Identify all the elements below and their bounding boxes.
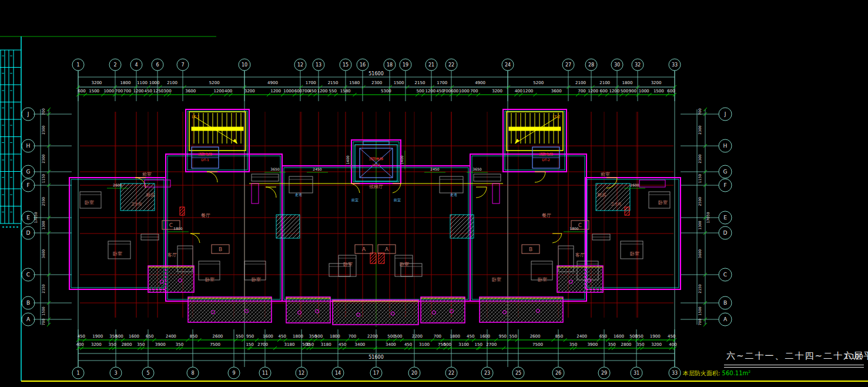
left-dimension-chain: 7002300230011502500130036002150150070017…: [33, 108, 51, 326]
svg-text:G: G: [26, 169, 31, 175]
svg-text:700: 700: [434, 334, 441, 339]
svg-text:16: 16: [360, 62, 366, 68]
svg-text:33: 33: [672, 371, 678, 376]
svg-text:21: 21: [428, 62, 434, 68]
svg-text:550: 550: [329, 89, 337, 94]
svg-text:消防电梯: 消防电梯: [369, 156, 383, 161]
svg-text:3: 3: [114, 371, 117, 376]
svg-text:850: 850: [555, 334, 563, 339]
svg-text:1800: 1800: [622, 81, 633, 85]
svg-text:2300: 2300: [41, 154, 45, 163]
svg-text:走道: 走道: [450, 192, 457, 197]
svg-text:700: 700: [348, 334, 356, 339]
svg-text:450: 450: [279, 334, 286, 339]
svg-text:700: 700: [41, 319, 45, 326]
svg-text:卧室: 卧室: [658, 200, 668, 205]
svg-text:3200: 3200: [492, 89, 502, 94]
svg-text:150: 150: [246, 342, 253, 347]
svg-text:7500: 7500: [532, 342, 543, 347]
svg-text:A: A: [26, 316, 31, 322]
svg-text:3200: 3200: [651, 342, 662, 347]
svg-text:2600: 2600: [213, 334, 223, 339]
svg-text:2300: 2300: [371, 81, 382, 85]
svg-text:1000: 1000: [149, 81, 160, 85]
svg-text:1800: 1800: [330, 334, 340, 339]
svg-text:2700: 2700: [257, 342, 268, 347]
svg-text:C: C: [169, 222, 173, 228]
svg-text:前室: 前室: [142, 172, 152, 177]
svg-text:2100: 2100: [167, 81, 177, 85]
svg-text:2300: 2300: [698, 125, 702, 134]
svg-text:候梯厅: 候梯厅: [369, 184, 383, 189]
bottom-grid-bubbles: 13589111214172022232526293133: [72, 367, 681, 379]
svg-text:1000: 1000: [639, 89, 649, 94]
svg-text:450: 450: [78, 334, 85, 339]
svg-text:卧室: 卧室: [630, 251, 639, 256]
svg-text:15: 15: [343, 62, 348, 68]
svg-text:650: 650: [599, 334, 607, 339]
svg-text:1200: 1200: [588, 89, 598, 94]
svg-text:500: 500: [394, 334, 402, 339]
svg-text:1200: 1200: [214, 89, 224, 94]
svg-text:350: 350: [636, 342, 644, 347]
svg-text:17050: 17050: [706, 212, 710, 223]
svg-text:2500: 2500: [41, 197, 45, 206]
svg-text:500: 500: [444, 342, 451, 347]
svg-text:19: 19: [403, 62, 408, 68]
svg-text:1580: 1580: [340, 89, 351, 94]
cad-canvas[interactable]: 5160032001800110010002100520049001700215…: [0, 0, 868, 387]
svg-text:31: 31: [634, 371, 639, 376]
svg-text:前室: 前室: [601, 172, 610, 177]
svg-text:卫生间: 卫生间: [131, 202, 142, 206]
svg-text:29: 29: [601, 371, 607, 376]
svg-text:餐厅: 餐厅: [542, 213, 551, 218]
svg-text:J: J: [724, 111, 726, 117]
svg-text:22: 22: [448, 371, 454, 376]
svg-text:850: 850: [190, 334, 197, 339]
svg-text:餐厅: 餐厅: [201, 213, 210, 218]
svg-text:2450: 2450: [430, 167, 439, 171]
svg-text:A: A: [385, 246, 389, 252]
svg-text:5200: 5200: [533, 81, 544, 85]
svg-text:1400: 1400: [400, 155, 404, 164]
svg-text:450: 450: [668, 334, 675, 339]
svg-text:1600: 1600: [614, 334, 624, 339]
svg-text:400: 400: [76, 342, 83, 347]
svg-text:4900: 4900: [267, 81, 278, 85]
svg-text:1200: 1200: [133, 89, 144, 94]
svg-text:2100: 2100: [575, 81, 586, 85]
svg-text:350: 350: [137, 342, 145, 347]
svg-text:32: 32: [635, 62, 641, 68]
svg-text:2500: 2500: [698, 197, 702, 206]
svg-text:350: 350: [569, 342, 577, 347]
svg-text:F: F: [723, 182, 726, 188]
svg-text:3180: 3180: [284, 342, 295, 347]
svg-text:3600: 3600: [41, 249, 45, 258]
svg-text:3180: 3180: [321, 342, 331, 347]
svg-text:B: B: [529, 246, 532, 252]
svg-text:600: 600: [667, 89, 675, 94]
svg-text:E: E: [723, 215, 727, 221]
svg-text:1200: 1200: [609, 89, 619, 94]
plan-bathrooms: [120, 184, 630, 238]
svg-text:1900: 1900: [650, 334, 661, 339]
svg-text:卧室: 卧室: [205, 277, 215, 282]
svg-text:H: H: [26, 143, 31, 149]
svg-text:350: 350: [176, 342, 183, 347]
svg-text:1600: 1600: [129, 334, 139, 339]
svg-text:500: 500: [417, 89, 424, 94]
svg-text:500: 500: [115, 334, 123, 339]
svg-text:卧室: 卧室: [85, 200, 94, 205]
svg-text:700: 700: [698, 108, 702, 115]
svg-text:2200: 2200: [367, 334, 378, 339]
svg-text:1500: 1500: [89, 89, 99, 94]
svg-text:20: 20: [411, 371, 417, 376]
svg-text:3900: 3900: [155, 342, 166, 347]
svg-text:3200: 3200: [92, 81, 102, 85]
svg-text:1900: 1900: [92, 334, 103, 339]
svg-text:550: 550: [509, 334, 517, 339]
svg-text:1600: 1600: [263, 334, 273, 339]
svg-text:1: 1: [76, 62, 79, 68]
svg-text:1300: 1300: [41, 221, 45, 229]
svg-text:E: E: [26, 215, 30, 221]
